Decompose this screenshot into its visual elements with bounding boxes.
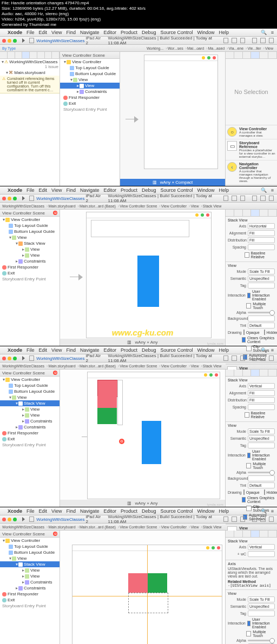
multitouch-checkbox[interactable] [246,303,251,308]
scheme-project[interactable]: WorkingWithSizeClasses [36,38,84,43]
menu-editor[interactable]: Editor [103,347,116,353]
inspector-tabs[interactable] [226,370,277,377]
spacing-field[interactable] [248,244,275,250]
axis-select[interactable]: Vertical [248,544,275,550]
clip-checkbox[interactable] [246,346,251,351]
window-controls[interactable] [2,39,17,43]
menu-file[interactable]: File [27,508,35,514]
scheme-device[interactable]: iPad Air 2 [85,514,102,524]
menu-help[interactable]: Help [219,347,229,353]
editor-mode-standard[interactable] [223,355,228,361]
library-item-vc[interactable]: ○ View ControllerA controller that manag… [226,125,277,139]
opaque-checkbox[interactable] [243,489,245,495]
interface-builder-canvas[interactable]: www.cg-ku.com ▥ wAny × Any lynda.com [60,210,225,346]
alignment-select[interactable]: Fill [248,230,275,236]
menu-navigate[interactable]: Navigate [80,187,100,193]
menu-editor[interactable]: Editor [103,508,116,514]
pane-right-toggle[interactable] [269,355,274,361]
jump-crumb[interactable]: View Controller Scene [120,525,157,529]
menu-extras-icon[interactable]: ≡ [271,347,274,353]
outline-exit[interactable]: Exit [0,270,60,276]
menu-xcode[interactable]: Xcode [8,30,22,35]
editor-mode-version[interactable] [240,355,245,361]
alpha-slider[interactable] [248,640,275,641]
view-controller-device[interactable]: ⊖ [87,372,220,499]
menu-debug[interactable]: Debug [142,347,156,353]
scheme-project[interactable]: WorkingWithSizeClasses [36,196,84,201]
menu-help[interactable]: Help [219,187,229,193]
menu-source[interactable]: Source Control [161,187,193,193]
jump-crumb[interactable]: Working... [147,46,163,50]
type-filter[interactable]: By Type [2,46,16,50]
menu-find[interactable]: Find [66,347,76,353]
outline-bottomguide[interactable]: Bottom Layout Guide [60,71,120,77]
blue-view[interactable] [137,256,159,307]
outline-constraints[interactable]: ▸Constraints [0,424,60,430]
menu-file[interactable]: File [27,347,35,353]
editor-mode-version[interactable] [240,516,245,522]
error-badge-icon[interactable]: ⊖ [53,371,57,375]
view-controller-device[interactable] [86,212,212,338]
size-class-bar[interactable]: ▥wAny × Compact [120,179,225,186]
jump-crumb[interactable]: View [190,204,199,208]
outline-first-responder[interactable]: First Responder [0,430,60,436]
outline-exit[interactable]: Exit [60,100,120,106]
menu-find[interactable]: Find [66,30,76,35]
outline-stackview[interactable]: ▾Stack View [0,400,60,406]
outline-inner-view[interactable]: ▸View [0,573,60,579]
mode-select[interactable]: Scale To Fill [248,269,275,274]
pane-right-toggle[interactable] [269,516,274,522]
run-button[interactable] [22,517,25,521]
tint-select[interactable]: Default [248,482,275,488]
jump-crumb[interactable]: WorkingWithSizeClasses [2,525,44,529]
outline-topguide[interactable]: Top Layout Guide [0,383,60,388]
outline-bottomguide[interactable]: Bottom Layout Guide [0,229,60,234]
menu-editor[interactable]: Editor [103,30,116,35]
jump-crumb[interactable]: Main.stor...ard (Base) [80,525,116,529]
outline-view[interactable]: ▾View [0,555,60,561]
pink-view-1[interactable] [97,380,118,397]
menu-edit[interactable]: Edit [39,30,48,35]
clip-checkbox[interactable] [246,506,251,511]
menu-help[interactable]: Help [219,508,229,514]
search-icon[interactable]: 🔍 [261,508,267,514]
menu-window[interactable]: Window [197,187,215,193]
menu-window[interactable]: Window [197,30,215,35]
alignment-select[interactable]: Fill [248,390,275,396]
bg-select[interactable] [248,475,275,481]
menu-product[interactable]: Product [121,30,137,35]
outline-vc[interactable]: ▾View Controller [0,538,60,544]
jump-crumb[interactable]: Main.storyboard [48,204,75,208]
search-icon[interactable]: 🔍 [261,347,267,353]
scheme-project[interactable]: WorkingWithSizeClasses [36,356,84,361]
pane-left-toggle[interactable] [252,355,257,361]
menu-extras-icon[interactable]: ≡ [271,508,274,514]
baseline-checkbox[interactable] [245,412,249,418]
mode-select[interactable]: Scale To Fill [248,428,275,434]
pane-left-toggle[interactable] [252,38,257,43]
outline-entry[interactable]: Storyboard Entry Point [0,276,60,282]
editor-mode-assistant[interactable] [232,196,236,201]
pane-bottom-toggle[interactable] [260,38,265,43]
view-controller-device[interactable] [144,55,218,169]
jump-crumb[interactable]: Vie...ller [247,46,261,50]
tag-field[interactable] [248,611,275,616]
pane-bottom-toggle[interactable] [260,196,265,201]
blue-view[interactable] [142,421,161,464]
tag-field[interactable] [248,442,275,448]
outline-inner-view[interactable]: ▸View [0,567,60,573]
outline-bottomguide[interactable]: Bottom Layout Guide [0,549,60,555]
tint-select[interactable]: Default [248,323,275,328]
menu-file[interactable]: File [27,187,35,193]
outline-inner-view[interactable]: ▸View [0,412,60,418]
scheme-project[interactable]: WorkingWithSizeClasses [36,517,84,522]
opaque-checkbox[interactable] [243,330,245,335]
editor-mode-standard[interactable] [223,196,228,201]
outline-stackview[interactable]: ▾Stack View [0,561,60,567]
outline-exit[interactable]: Exit [0,436,60,442]
stop-button[interactable] [29,516,34,522]
jump-crumb[interactable]: Main.storyboard [48,364,75,368]
mode-select[interactable]: Scale To Fill [248,596,275,602]
menu-window[interactable]: Window [197,347,215,353]
blue-view-outline[interactable] [128,593,168,613]
